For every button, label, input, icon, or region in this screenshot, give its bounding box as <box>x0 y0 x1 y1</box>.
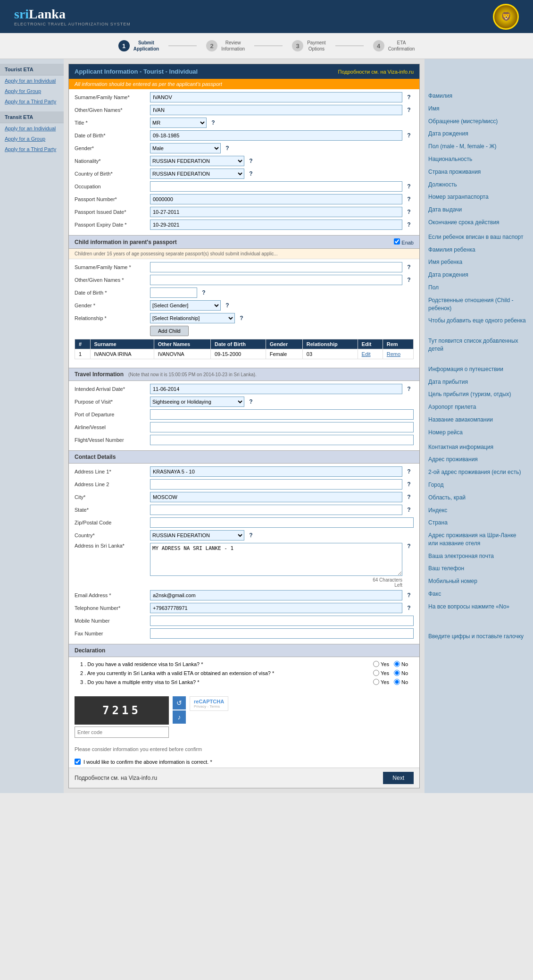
child-surname-input[interactable] <box>150 262 402 272</box>
declaration-radio-3[interactable]: Yes No <box>373 679 408 685</box>
city-help[interactable]: ? <box>404 494 414 500</box>
declaration-q1-yes[interactable]: Yes <box>373 661 389 667</box>
email-help[interactable]: ? <box>404 592 414 599</box>
title-select[interactable]: MRMRSMS <box>150 118 207 128</box>
passport-expiry-input[interactable] <box>150 220 402 230</box>
step-4[interactable]: 4 ETAConfirmation <box>364 40 425 52</box>
gender-label: Gender* <box>75 145 150 151</box>
declaration-q2-yes[interactable]: Yes <box>373 670 389 676</box>
airline-input[interactable] <box>150 422 414 432</box>
city-input[interactable] <box>150 492 402 502</box>
arrival-date-row: Intended Arrival Date* ? <box>75 384 414 394</box>
surname-row: Surname/Family Name* ? <box>75 92 414 102</box>
arrival-date-input[interactable] <box>150 384 402 394</box>
child-row-gender: Female <box>266 349 302 359</box>
purpose-select[interactable]: Sightseeing or HolidayingBusinessTransit <box>150 397 244 407</box>
surname-help[interactable]: ? <box>404 94 414 101</box>
surname-input[interactable] <box>150 92 402 102</box>
child-gender-help[interactable]: ? <box>223 302 232 309</box>
child-row-remove[interactable]: Remo <box>383 349 413 359</box>
sidebar-item-apply-third[interactable]: Apply for a Third Party <box>0 96 64 107</box>
child-dob-row: Date of Birth * ? <box>75 287 414 298</box>
other-names-help[interactable]: ? <box>404 107 414 113</box>
add-child-button[interactable]: Add Child <box>150 326 189 336</box>
other-names-input[interactable] <box>150 105 402 115</box>
phone-help[interactable]: ? <box>404 605 414 611</box>
captcha-input[interactable] <box>75 727 169 738</box>
state-help[interactable]: ? <box>404 507 414 513</box>
address1-help[interactable]: ? <box>404 468 414 475</box>
country-select[interactable]: RUSSIAN FEDERATION <box>150 530 244 541</box>
email-input[interactable] <box>150 590 402 600</box>
sidebar-item-transit-third[interactable]: Apply for a Third Party <box>0 144 64 154</box>
child-row-edit[interactable]: Edit <box>358 349 383 359</box>
sidebar-item-apply-group[interactable]: Apply for Group <box>0 86 64 96</box>
purpose-help[interactable]: ? <box>246 398 256 405</box>
sidebar-item-transit-individual[interactable]: Apply for an Individual <box>0 123 64 134</box>
step-1[interactable]: 1 SubmitApplication <box>109 40 168 52</box>
title-help[interactable]: ? <box>208 119 218 126</box>
form-footer: Подробности см. на Viza-info.ru Next <box>69 768 419 788</box>
occupation-input[interactable] <box>150 181 402 192</box>
nationality-help[interactable]: ? <box>246 158 256 164</box>
address1-input[interactable] <box>150 466 402 477</box>
declaration-q3-yes[interactable]: Yes <box>373 679 389 685</box>
declaration-q3-no[interactable]: No <box>394 679 408 685</box>
flight-input[interactable] <box>150 435 414 445</box>
declaration-q1-no[interactable]: No <box>394 661 408 667</box>
child-other-names-input[interactable] <box>150 275 402 285</box>
passport-expiry-help[interactable]: ? <box>404 221 414 228</box>
address2-help[interactable]: ? <box>404 481 414 488</box>
sri-lanka-textarea[interactable]: MY ADRESS NA SRI LANKE - 1 <box>150 543 402 576</box>
child-other-names-help[interactable]: ? <box>404 277 414 283</box>
declaration-q1: 1 . Do you have a valid residence visa t… <box>80 661 373 667</box>
declaration-row-2: 2 . Are you currently in Sri Lanka with … <box>75 670 414 676</box>
child-relationship-select[interactable]: [Select Relationship]Child <box>150 313 235 323</box>
captcha-refresh-button[interactable]: ↺ <box>173 696 186 710</box>
hint-20: Дата прибытия <box>428 378 529 386</box>
child-relationship-help[interactable]: ? <box>237 315 246 321</box>
child-surname-help[interactable]: ? <box>404 264 414 270</box>
passport-issued-help[interactable]: ? <box>404 209 414 215</box>
child-dob-input[interactable] <box>150 287 197 298</box>
zip-input[interactable] <box>150 517 414 528</box>
country-birth-help[interactable]: ? <box>246 170 256 177</box>
nationality-select[interactable]: RUSSIAN FEDERATION <box>150 156 244 166</box>
hint-32: Адрес проживания на Шри-Ланке или назван… <box>428 532 529 548</box>
declaration-q2-no[interactable]: No <box>394 670 408 676</box>
country-birth-select[interactable]: RUSSIAN FEDERATION <box>150 169 244 179</box>
sidebar-item-apply-individual[interactable]: Apply for an Individual <box>0 76 64 86</box>
dob-input[interactable] <box>150 130 402 141</box>
next-button[interactable]: Next <box>383 772 414 784</box>
address2-input[interactable] <box>150 479 402 490</box>
declaration-radio-2[interactable]: Yes No <box>373 670 408 676</box>
mobile-input[interactable] <box>150 616 414 626</box>
state-input[interactable] <box>150 505 402 515</box>
step-4-num: 4 <box>373 40 384 51</box>
gender-select[interactable]: MaleFemale <box>150 143 221 153</box>
passport-num-input[interactable] <box>150 194 402 204</box>
child-dob-help[interactable]: ? <box>199 289 208 296</box>
sri-lanka-row: Address in Sri Lanka* MY ADRESS NA SRI L… <box>75 543 414 588</box>
sri-lanka-help[interactable]: ? <box>404 543 414 549</box>
confirm-checkbox[interactable] <box>75 759 81 765</box>
emblem: 🦁 <box>493 4 519 30</box>
fax-input[interactable] <box>150 628 414 639</box>
port-departure-input[interactable] <box>150 409 414 420</box>
occupation-help[interactable]: ? <box>404 183 414 190</box>
captcha-audio-button[interactable]: ♪ <box>173 710 186 724</box>
declaration-radio-1[interactable]: Yes No <box>373 661 408 667</box>
step-2[interactable]: 2 ReviewInformation <box>197 40 254 52</box>
sidebar-item-transit-group[interactable]: Apply for a Group <box>0 134 64 144</box>
step-3[interactable]: 3 PaymentOptions <box>283 40 335 52</box>
child-enable-checkbox[interactable]: Enab <box>394 238 414 245</box>
arrival-date-help[interactable]: ? <box>404 386 414 392</box>
country-help[interactable]: ? <box>246 532 256 539</box>
phone-input[interactable] <box>150 603 402 613</box>
passport-issued-input[interactable] <box>150 207 402 217</box>
child-relationship-label: Relationship * <box>75 315 150 321</box>
gender-help[interactable]: ? <box>223 145 232 152</box>
passport-num-help[interactable]: ? <box>404 196 414 203</box>
child-gender-select[interactable]: [Select Gender]MaleFemale <box>150 300 221 311</box>
dob-help[interactable]: ? <box>404 132 414 139</box>
